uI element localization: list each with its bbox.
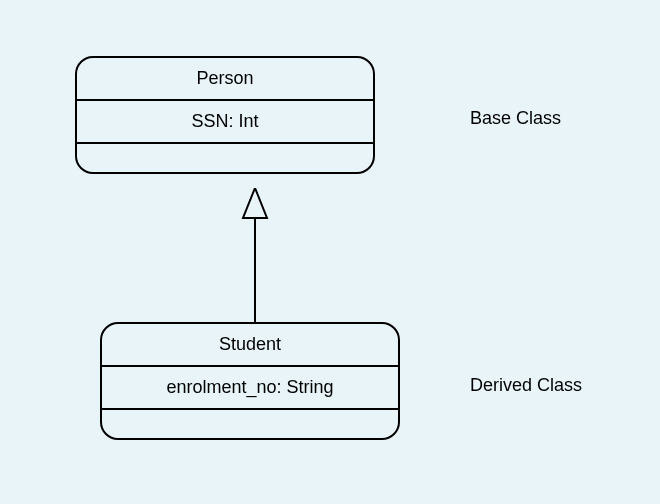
class-attribute-row: enrolment_no: String: [102, 367, 398, 410]
base-class-box: Person SSN: Int: [75, 56, 375, 174]
class-methods-row: [102, 410, 398, 438]
derived-class-box: Student enrolment_no: String: [100, 322, 400, 440]
base-class-label: Base Class: [470, 108, 561, 129]
base-class-attribute: SSN: Int: [191, 111, 258, 131]
class-attribute-row: SSN: Int: [77, 101, 373, 144]
derived-class-attribute: enrolment_no: String: [166, 377, 333, 397]
svg-marker-0: [243, 188, 267, 218]
base-class-name: Person: [196, 68, 253, 88]
class-name-row: Person: [77, 58, 373, 101]
class-name-row: Student: [102, 324, 398, 367]
derived-class-name: Student: [219, 334, 281, 354]
class-methods-row: [77, 144, 373, 172]
derived-class-label: Derived Class: [470, 375, 582, 396]
inheritance-arrow-icon: [240, 188, 270, 323]
